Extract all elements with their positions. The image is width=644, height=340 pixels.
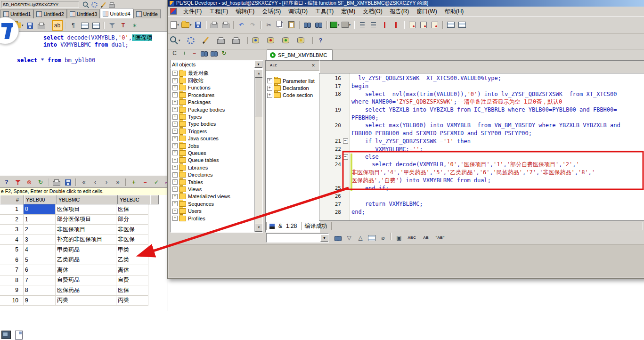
fold-icon[interactable]: −	[343, 138, 348, 144]
expand-icon[interactable]: +	[172, 209, 178, 214]
cell[interactable]: 1	[0, 204, 24, 215]
change-browser-icon[interactable]: C	[170, 49, 179, 58]
cell[interactable]: 部分	[116, 215, 148, 225]
describe-icon[interactable]	[186, 35, 196, 46]
menu-item[interactable]: 文档(O)	[359, 7, 386, 16]
cell[interactable]: 6	[24, 265, 56, 275]
expand-icon[interactable]: +	[172, 136, 178, 141]
editor-tab[interactable]: Untitled4	[100, 8, 133, 18]
tree-item[interactable]: +Materialized views	[171, 193, 254, 200]
tree-item[interactable]: +Triggers	[171, 128, 254, 135]
print-icon[interactable]	[108, 0, 116, 9]
previous-record-icon[interactable]: ‹	[90, 177, 100, 187]
tree-item[interactable]: +Parameter list	[266, 77, 319, 84]
menu-item[interactable]: 工具(T)	[311, 7, 337, 16]
expand-icon[interactable]: +	[172, 186, 178, 192]
structure-tree[interactable]: +Parameter list+Declaration+Code section	[266, 71, 319, 99]
menu-item[interactable]: 会话(S)	[258, 7, 285, 16]
cell[interactable]: 部分医保项目	[56, 215, 116, 225]
expand-icon[interactable]: +	[172, 158, 178, 163]
chevron-down-icon[interactable]: ▼	[254, 61, 262, 68]
session-selector[interactable]: SD_HOSPITAL@ZSKXCZYY	[1, 1, 79, 8]
table-row[interactable]: 65乙类药品乙类	[0, 255, 168, 266]
table-row[interactable]: 10医保项目医保	[0, 204, 168, 215]
chevron-down-icon[interactable]: ▾	[349, 23, 351, 27]
copy-icon[interactable]	[275, 20, 285, 30]
stop-icon[interactable]: ⊗	[24, 177, 34, 187]
tree-item[interactable]: +Directories	[171, 171, 254, 178]
find-next-icon[interactable]	[314, 20, 324, 30]
tree-item[interactable]: +Queue tables	[171, 157, 254, 164]
expand-icon[interactable]: +	[172, 179, 178, 185]
cell[interactable]: 4	[0, 235, 24, 245]
expand-icon[interactable]: +	[172, 92, 178, 97]
sort-icon[interactable]: T	[118, 20, 129, 31]
cell[interactable]: 10	[0, 296, 24, 306]
insert-record-icon[interactable]: +	[129, 177, 139, 187]
cell[interactable]: 补充的非医保项目	[56, 235, 116, 245]
cell[interactable]: 3	[24, 235, 56, 245]
indent-icon[interactable]	[357, 20, 367, 30]
cell[interactable]: 9	[0, 285, 24, 296]
find-selected-icon[interactable]	[210, 49, 219, 58]
object-filter-combo[interactable]: All objects ▼	[170, 60, 263, 69]
last-record-icon[interactable]: »	[113, 177, 123, 187]
scroll-down-icon[interactable]: ▼	[255, 224, 263, 232]
browse-icon[interactable]	[82, 0, 90, 9]
refresh-icon[interactable]: ↻	[220, 49, 228, 58]
tree-item[interactable]: +Type bodies	[171, 121, 254, 128]
cell[interactable]: 8	[0, 275, 24, 286]
left-margin-icon[interactable]	[380, 20, 390, 30]
expand-icon[interactable]: +	[172, 165, 178, 170]
tree-item[interactable]: +Queues	[171, 149, 254, 156]
cell[interactable]: 医保项目	[56, 204, 116, 215]
tree-item[interactable]: +Jobs	[171, 142, 254, 149]
sort-alpha-icon[interactable]: A↓Z	[267, 60, 280, 71]
editor-tab[interactable]: Untitled2	[33, 9, 66, 18]
cell[interactable]: 乙类药品	[56, 255, 116, 266]
delete-record-icon[interactable]: −	[140, 177, 150, 187]
clear-marks-icon[interactable]: ⌀	[378, 233, 388, 243]
edit-icon[interactable]	[201, 35, 211, 46]
cell[interactable]: 非医保	[116, 225, 148, 235]
table-definition-icon[interactable]	[446, 20, 456, 30]
cell[interactable]: 1	[24, 215, 56, 225]
print-result-icon[interactable]	[216, 35, 226, 46]
whole-word-icon[interactable]: ▣	[394, 233, 404, 243]
menu-item[interactable]: 宏(M)	[337, 7, 359, 16]
table-row[interactable]: 43补充的非医保项目非医保	[0, 235, 168, 245]
help-icon[interactable]: ?	[1, 177, 12, 187]
tree-item[interactable]: +Tables	[171, 178, 254, 186]
menu-item[interactable]: 文件(F)	[179, 7, 205, 16]
cell[interactable]: 8	[24, 285, 56, 296]
expand-icon[interactable]: +	[172, 114, 178, 120]
grid-body[interactable]: 10医保项目医保21部分医保项目部分32非医保项目非医保43补充的非医保项目非医…	[0, 204, 168, 306]
find-icon[interactable]	[302, 20, 313, 30]
save-icon[interactable]	[25, 20, 35, 31]
cell[interactable]: 自费	[116, 275, 148, 286]
refresh-icon[interactable]: ↻	[35, 177, 46, 187]
auto-replace-icon[interactable]: ab	[52, 20, 63, 31]
report-window-icon[interactable]	[296, 35, 306, 46]
taskbar-window-icon[interactable]	[1, 331, 11, 339]
cell[interactable]: 7	[24, 275, 56, 286]
table-row[interactable]: 21部分医保项目部分	[0, 215, 168, 225]
scrollbar[interactable]: ▲ ▼	[254, 70, 262, 232]
case-sensitive-icon[interactable]: ABC	[405, 233, 418, 243]
regex-icon[interactable]: AB	[419, 233, 432, 243]
redo-icon[interactable]: ↷	[248, 20, 258, 30]
table-row[interactable]: 87自费药品自费	[0, 275, 168, 286]
tree-item[interactable]: +Java sources	[171, 135, 254, 142]
split-window-icon[interactable]	[91, 20, 101, 31]
menu-item[interactable]: 窗口(W)	[413, 7, 440, 16]
cell[interactable]: 4	[24, 245, 56, 255]
table-row[interactable]: 109丙类丙类	[0, 296, 168, 306]
tree-item[interactable]: +Procedures	[171, 91, 254, 98]
cell[interactable]: 离休	[56, 265, 116, 275]
tab-function-editor[interactable]: SF_BM_XMYBLBMC	[267, 49, 333, 60]
show-special-chars-icon[interactable]: ¶	[68, 20, 79, 31]
cell[interactable]: 医保药品	[56, 285, 116, 296]
expand-icon[interactable]: +	[172, 129, 178, 134]
expand-icon[interactable]: +	[267, 78, 272, 83]
expand-icon[interactable]: +	[172, 201, 178, 206]
